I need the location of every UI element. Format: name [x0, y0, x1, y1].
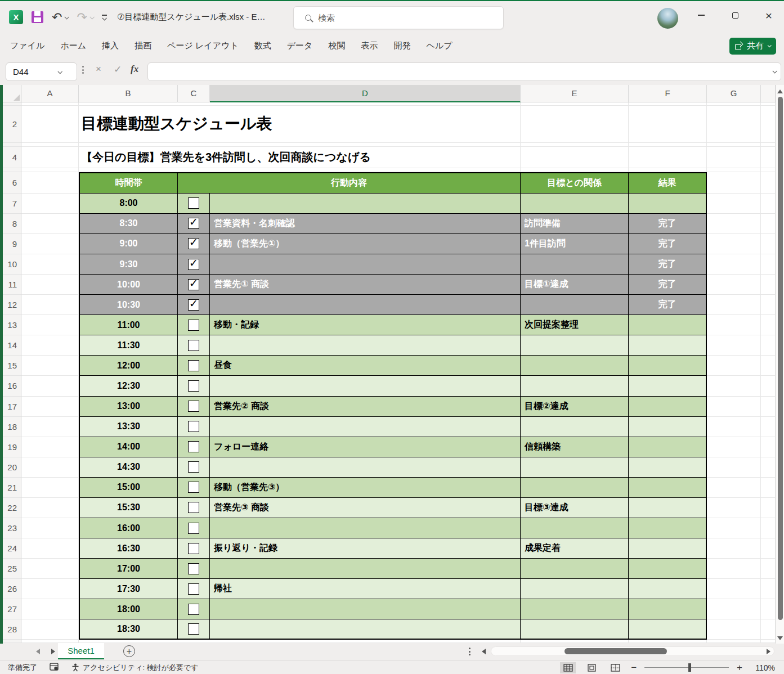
cell-relation[interactable]: 次回提案整理	[521, 315, 629, 335]
cell-relation[interactable]	[521, 356, 629, 376]
cell-G[interactable]	[707, 457, 761, 478]
zoom-in-button[interactable]: +	[737, 662, 742, 673]
cell-partial[interactable]	[761, 478, 776, 498]
cell-action[interactable]	[210, 559, 521, 579]
row-header-6[interactable]: 6	[0, 172, 21, 194]
cell-action[interactable]	[210, 254, 521, 275]
cell-result[interactable]: 完了	[629, 214, 707, 234]
cell-action[interactable]	[210, 417, 521, 437]
cell-relation[interactable]: 目標③達成	[521, 498, 629, 518]
row-header-20[interactable]: 20	[0, 457, 21, 478]
undo-button[interactable]: ↶	[52, 12, 68, 23]
cell-checkbox[interactable]	[178, 376, 210, 396]
cell-A[interactable]	[21, 498, 79, 518]
cell-A[interactable]	[21, 315, 79, 335]
row-header-13[interactable]: 13	[0, 315, 21, 335]
row-header-8[interactable]: 8	[0, 214, 21, 234]
cell-action[interactable]: 営業資料・名刺確認	[210, 214, 521, 234]
cell-action[interactable]	[210, 599, 521, 619]
cell-G[interactable]	[707, 498, 761, 518]
row-header-23[interactable]: 23	[0, 518, 21, 538]
cell-F[interactable]	[629, 147, 707, 168]
cell-result[interactable]	[629, 397, 707, 417]
cell-F[interactable]	[629, 106, 707, 143]
view-normal-button[interactable]	[560, 662, 576, 673]
cell-action[interactable]: フォロー連絡	[210, 437, 521, 457]
accessibility-status[interactable]: アクセシビリティ: 検討が必要です	[71, 663, 199, 673]
cell-relation[interactable]	[521, 478, 629, 498]
cell-partial[interactable]	[761, 295, 776, 315]
cell-A[interactable]	[21, 376, 79, 396]
cell-result[interactable]	[629, 457, 707, 478]
checkbox-checked[interactable]: ✓	[188, 218, 199, 229]
cell-action[interactable]: 移動（営業先③）	[210, 478, 521, 498]
cell-A[interactable]	[21, 295, 79, 315]
cell-G[interactable]	[707, 478, 761, 498]
cell-relation[interactable]: 目標①達成	[521, 275, 629, 295]
cell-checkbox[interactable]	[178, 599, 210, 619]
checkbox-unchecked[interactable]	[188, 502, 199, 513]
sheet-nav-right-icon[interactable]	[51, 649, 55, 654]
row-header-28[interactable]: 28	[0, 619, 21, 640]
cell-result[interactable]	[629, 194, 707, 214]
cell-partial[interactable]	[761, 457, 776, 478]
cell-E[interactable]	[521, 106, 629, 143]
cell-relation[interactable]	[521, 579, 629, 599]
row-header-25[interactable]: 25	[0, 559, 21, 579]
scroll-up-icon[interactable]	[777, 89, 783, 93]
cell-time[interactable]: 14:00	[79, 437, 178, 457]
cell-relation[interactable]: 信頼構築	[521, 437, 629, 457]
zoom-slider-thumb[interactable]	[688, 663, 691, 672]
cell-partial[interactable]	[761, 194, 776, 214]
cell-G[interactable]	[707, 214, 761, 234]
cell-A[interactable]	[21, 478, 79, 498]
cell-A[interactable]	[21, 518, 79, 538]
row-header-15[interactable]: 15	[0, 356, 21, 376]
vertical-scrollbar[interactable]	[776, 85, 784, 644]
cell-time[interactable]: 9:00	[79, 234, 178, 254]
formula-bar-drag-handle[interactable]	[82, 66, 84, 74]
cell-relation[interactable]	[521, 518, 629, 538]
cell-A[interactable]	[21, 437, 79, 457]
cell-G[interactable]	[707, 168, 761, 172]
col-header-C[interactable]: C	[178, 85, 210, 102]
cell-partial[interactable]	[761, 147, 776, 168]
cell-A[interactable]	[21, 214, 79, 234]
cell-checkbox[interactable]	[178, 397, 210, 417]
cell-checkbox[interactable]	[178, 356, 210, 376]
cell-time[interactable]: 10:00	[79, 275, 178, 295]
cell-time[interactable]: 17:30	[79, 579, 178, 599]
cell-checkbox[interactable]: ✓	[178, 254, 210, 275]
checkbox-checked[interactable]: ✓	[188, 259, 199, 270]
cell-checkbox[interactable]	[178, 559, 210, 579]
cell-action[interactable]	[210, 518, 521, 538]
cell-G[interactable]	[707, 538, 761, 559]
cell-relation[interactable]	[521, 457, 629, 478]
cell-checkbox[interactable]: ✓	[178, 275, 210, 295]
col-header-G[interactable]: G	[707, 85, 761, 102]
minimize-button[interactable]	[688, 1, 714, 29]
cell-checkbox[interactable]	[178, 457, 210, 478]
cell-relation[interactable]	[521, 619, 629, 640]
ribbon-tab-data[interactable]: データ	[287, 41, 313, 51]
cell-time[interactable]: 8:00	[79, 194, 178, 214]
cell-result[interactable]	[629, 356, 707, 376]
cell-A[interactable]	[21, 275, 79, 295]
cell-partial[interactable]	[761, 579, 776, 599]
undo-chevron-icon[interactable]	[65, 15, 69, 19]
cell-partial[interactable]	[761, 254, 776, 275]
name-box-input[interactable]	[6, 67, 55, 77]
cell-A[interactable]	[21, 335, 79, 356]
cell-relation[interactable]: 1件目訪問	[521, 234, 629, 254]
vertical-scroll-thumb[interactable]	[778, 97, 783, 620]
cell-time[interactable]: 12:00	[79, 356, 178, 376]
cell-action[interactable]	[210, 194, 521, 214]
checkbox-unchecked[interactable]	[188, 380, 199, 392]
ribbon-tab-file[interactable]: ファイル	[10, 41, 44, 51]
cell-checkbox[interactable]	[178, 619, 210, 640]
cell-action[interactable]	[210, 335, 521, 356]
horizontal-scroll-thumb[interactable]	[565, 648, 667, 654]
cell-checkbox[interactable]	[178, 498, 210, 518]
zoom-slider[interactable]	[644, 667, 729, 668]
cell-result[interactable]	[629, 579, 707, 599]
